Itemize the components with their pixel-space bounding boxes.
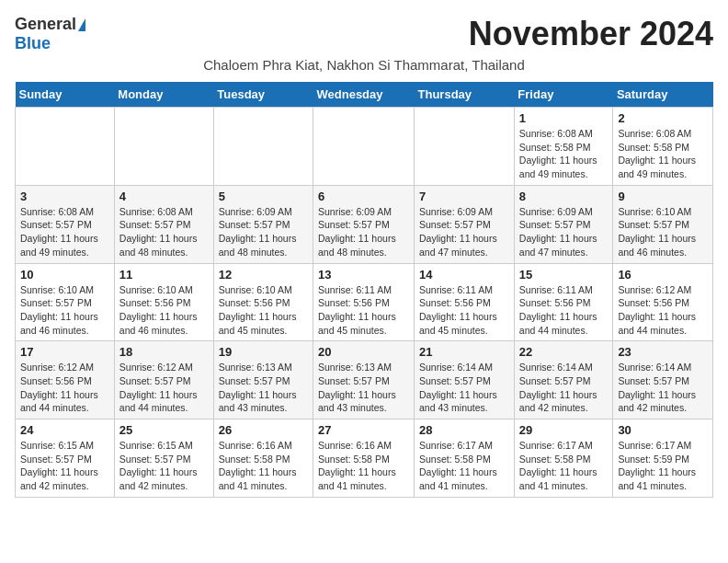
- day-number: 19: [219, 345, 308, 359]
- day-number: 28: [419, 423, 509, 437]
- location-subtitle: Chaloem Phra Kiat, Nakhon Si Thammarat, …: [15, 57, 713, 73]
- day-info: Sunrise: 6:17 AM Sunset: 5:58 PM Dayligh…: [519, 439, 609, 493]
- day-number: 10: [20, 268, 109, 282]
- day-info: Sunrise: 6:14 AM Sunset: 5:57 PM Dayligh…: [419, 361, 509, 415]
- day-number: 24: [20, 423, 109, 437]
- day-number: 26: [219, 423, 308, 437]
- calendar-cell: 7Sunrise: 6:09 AM Sunset: 5:57 PM Daylig…: [415, 185, 515, 263]
- day-header-tuesday: Tuesday: [213, 82, 313, 108]
- day-info: Sunrise: 6:08 AM Sunset: 5:57 PM Dayligh…: [119, 205, 209, 259]
- day-info: Sunrise: 6:13 AM Sunset: 5:57 PM Dayligh…: [219, 361, 308, 415]
- calendar-cell: 6Sunrise: 6:09 AM Sunset: 5:57 PM Daylig…: [313, 185, 415, 263]
- calendar-cell: [114, 108, 213, 186]
- day-number: 13: [318, 268, 409, 282]
- day-info: Sunrise: 6:14 AM Sunset: 5:57 PM Dayligh…: [618, 361, 708, 415]
- day-info: Sunrise: 6:12 AM Sunset: 5:56 PM Dayligh…: [20, 361, 109, 415]
- calendar-cell: 13Sunrise: 6:11 AM Sunset: 5:56 PM Dayli…: [313, 263, 415, 341]
- calendar-cell: 28Sunrise: 6:17 AM Sunset: 5:58 PM Dayli…: [415, 419, 515, 498]
- calendar-cell: 18Sunrise: 6:12 AM Sunset: 5:57 PM Dayli…: [114, 341, 213, 419]
- calendar-cell: 9Sunrise: 6:10 AM Sunset: 5:57 PM Daylig…: [613, 185, 713, 263]
- calendar-cell: 26Sunrise: 6:16 AM Sunset: 5:58 PM Dayli…: [213, 419, 313, 498]
- calendar-cell: [313, 108, 415, 186]
- calendar-week-row: 1Sunrise: 6:08 AM Sunset: 5:58 PM Daylig…: [16, 108, 713, 186]
- calendar-week-row: 10Sunrise: 6:10 AM Sunset: 5:57 PM Dayli…: [16, 263, 713, 341]
- calendar-cell: 4Sunrise: 6:08 AM Sunset: 5:57 PM Daylig…: [114, 185, 213, 263]
- day-info: Sunrise: 6:15 AM Sunset: 5:57 PM Dayligh…: [20, 439, 109, 493]
- day-info: Sunrise: 6:09 AM Sunset: 5:57 PM Dayligh…: [219, 205, 308, 259]
- day-number: 11: [119, 268, 209, 282]
- day-info: Sunrise: 6:09 AM Sunset: 5:57 PM Dayligh…: [419, 205, 509, 259]
- day-info: Sunrise: 6:11 AM Sunset: 5:56 PM Dayligh…: [519, 283, 609, 338]
- day-number: 27: [318, 423, 409, 437]
- calendar-cell: 27Sunrise: 6:16 AM Sunset: 5:58 PM Dayli…: [313, 419, 415, 498]
- day-info: Sunrise: 6:10 AM Sunset: 5:56 PM Dayligh…: [219, 283, 308, 338]
- day-info: Sunrise: 6:08 AM Sunset: 5:58 PM Dayligh…: [618, 127, 708, 181]
- calendar-cell: 11Sunrise: 6:10 AM Sunset: 5:56 PM Dayli…: [114, 263, 213, 341]
- calendar-cell: 22Sunrise: 6:14 AM Sunset: 5:57 PM Dayli…: [514, 341, 613, 419]
- calendar-cell: 12Sunrise: 6:10 AM Sunset: 5:56 PM Dayli…: [213, 263, 313, 341]
- day-number: 9: [618, 190, 708, 203]
- logo-general-text: General: [15, 15, 76, 34]
- day-number: 18: [119, 345, 209, 359]
- calendar-week-row: 3Sunrise: 6:08 AM Sunset: 5:57 PM Daylig…: [16, 185, 713, 263]
- day-number: 30: [618, 423, 708, 437]
- day-number: 25: [119, 423, 209, 437]
- calendar-cell: 17Sunrise: 6:12 AM Sunset: 5:56 PM Dayli…: [16, 341, 115, 419]
- day-info: Sunrise: 6:11 AM Sunset: 5:56 PM Dayligh…: [419, 283, 509, 338]
- logo: General Blue: [15, 15, 85, 53]
- day-info: Sunrise: 6:10 AM Sunset: 5:57 PM Dayligh…: [20, 283, 109, 338]
- day-info: Sunrise: 6:14 AM Sunset: 5:57 PM Dayligh…: [519, 361, 609, 415]
- calendar-cell: 10Sunrise: 6:10 AM Sunset: 5:57 PM Dayli…: [16, 263, 115, 341]
- day-header-wednesday: Wednesday: [313, 82, 415, 108]
- day-info: Sunrise: 6:13 AM Sunset: 5:57 PM Dayligh…: [318, 361, 409, 415]
- calendar-cell: 24Sunrise: 6:15 AM Sunset: 5:57 PM Dayli…: [16, 419, 115, 498]
- calendar-table: SundayMondayTuesdayWednesdayThursdayFrid…: [15, 82, 713, 498]
- day-info: Sunrise: 6:12 AM Sunset: 5:57 PM Dayligh…: [119, 361, 209, 415]
- calendar-cell: 16Sunrise: 6:12 AM Sunset: 5:56 PM Dayli…: [613, 263, 713, 341]
- calendar-week-row: 17Sunrise: 6:12 AM Sunset: 5:56 PM Dayli…: [16, 341, 713, 419]
- calendar-cell: 2Sunrise: 6:08 AM Sunset: 5:58 PM Daylig…: [613, 108, 713, 186]
- day-header-sunday: Sunday: [16, 82, 115, 108]
- calendar-cell: [213, 108, 313, 186]
- day-header-thursday: Thursday: [415, 82, 515, 108]
- calendar-cell: 8Sunrise: 6:09 AM Sunset: 5:57 PM Daylig…: [514, 185, 613, 263]
- calendar-header-row: SundayMondayTuesdayWednesdayThursdayFrid…: [16, 82, 713, 108]
- calendar-cell: 23Sunrise: 6:14 AM Sunset: 5:57 PM Dayli…: [613, 341, 713, 419]
- day-info: Sunrise: 6:09 AM Sunset: 5:57 PM Dayligh…: [318, 205, 409, 259]
- day-info: Sunrise: 6:10 AM Sunset: 5:56 PM Dayligh…: [119, 283, 209, 338]
- day-info: Sunrise: 6:12 AM Sunset: 5:56 PM Dayligh…: [618, 283, 708, 338]
- logo-blue-text: Blue: [15, 34, 51, 53]
- calendar-cell: 15Sunrise: 6:11 AM Sunset: 5:56 PM Dayli…: [514, 263, 613, 341]
- day-number: 7: [419, 190, 509, 203]
- day-number: 22: [519, 345, 609, 359]
- day-number: 15: [519, 268, 609, 282]
- day-header-saturday: Saturday: [613, 82, 713, 108]
- day-number: 5: [219, 190, 308, 203]
- calendar-cell: 3Sunrise: 6:08 AM Sunset: 5:57 PM Daylig…: [16, 185, 115, 263]
- calendar-cell: 14Sunrise: 6:11 AM Sunset: 5:56 PM Dayli…: [415, 263, 515, 341]
- calendar-cell: 29Sunrise: 6:17 AM Sunset: 5:58 PM Dayli…: [514, 419, 613, 498]
- day-number: 23: [618, 345, 708, 359]
- day-number: 8: [519, 190, 609, 203]
- calendar-cell: [415, 108, 515, 186]
- logo-icon: [78, 18, 85, 31]
- day-number: 17: [20, 345, 109, 359]
- day-number: 29: [519, 423, 609, 437]
- day-info: Sunrise: 6:09 AM Sunset: 5:57 PM Dayligh…: [519, 205, 609, 259]
- day-number: 1: [519, 111, 609, 125]
- calendar-cell: 19Sunrise: 6:13 AM Sunset: 5:57 PM Dayli…: [213, 341, 313, 419]
- calendar-cell: 21Sunrise: 6:14 AM Sunset: 5:57 PM Dayli…: [415, 341, 515, 419]
- day-info: Sunrise: 6:16 AM Sunset: 5:58 PM Dayligh…: [318, 439, 409, 493]
- month-title: November 2024: [469, 15, 713, 53]
- calendar-cell: 20Sunrise: 6:13 AM Sunset: 5:57 PM Dayli…: [313, 341, 415, 419]
- day-number: 14: [419, 268, 509, 282]
- day-info: Sunrise: 6:17 AM Sunset: 5:59 PM Dayligh…: [618, 439, 708, 493]
- calendar-cell: 30Sunrise: 6:17 AM Sunset: 5:59 PM Dayli…: [613, 419, 713, 498]
- day-info: Sunrise: 6:11 AM Sunset: 5:56 PM Dayligh…: [318, 283, 409, 338]
- day-number: 6: [318, 190, 409, 203]
- day-info: Sunrise: 6:17 AM Sunset: 5:58 PM Dayligh…: [419, 439, 509, 493]
- day-info: Sunrise: 6:08 AM Sunset: 5:57 PM Dayligh…: [20, 205, 109, 259]
- calendar-week-row: 24Sunrise: 6:15 AM Sunset: 5:57 PM Dayli…: [16, 419, 713, 498]
- calendar-cell: 5Sunrise: 6:09 AM Sunset: 5:57 PM Daylig…: [213, 185, 313, 263]
- page-header: General Blue November 2024: [15, 15, 713, 53]
